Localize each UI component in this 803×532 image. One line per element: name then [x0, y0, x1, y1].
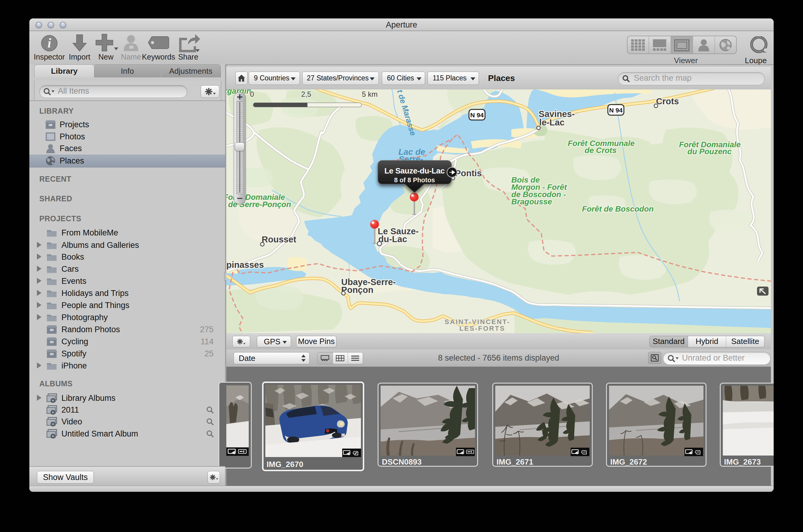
svg-text:Forêt de Boscodon: Forêt de Boscodon: [582, 204, 654, 213]
svg-text:du Pouzenc: du Pouzenc: [688, 147, 732, 156]
svg-text:pinasses: pinasses: [226, 260, 264, 270]
svg-text:du-Lac: du-Lac: [378, 234, 407, 244]
svg-text:le-Lac: le-Lac: [539, 118, 565, 127]
svg-text:2,5: 2,5: [301, 90, 311, 98]
svg-text:N 94: N 94: [470, 112, 484, 118]
svg-text:Bragousse: Bragousse: [511, 197, 552, 206]
svg-text:de Crots: de Crots: [585, 146, 616, 155]
svg-text:N 94: N 94: [609, 107, 623, 114]
svg-text:0: 0: [250, 90, 254, 98]
svg-text:8 of 8 Photos: 8 of 8 Photos: [394, 176, 435, 184]
svg-text:Crots: Crots: [656, 96, 679, 106]
svg-text:5 km: 5 km: [362, 90, 378, 98]
svg-text:Rousset: Rousset: [262, 234, 296, 244]
svg-text:Pontis: Pontis: [455, 168, 482, 178]
svg-text:Ponçon: Ponçon: [341, 285, 373, 295]
svg-text:LES-FORTS: LES-FORTS: [459, 325, 505, 332]
svg-text:i: i: [48, 36, 51, 51]
svg-text:Le Sauze-du-Lac: Le Sauze-du-Lac: [384, 166, 444, 175]
